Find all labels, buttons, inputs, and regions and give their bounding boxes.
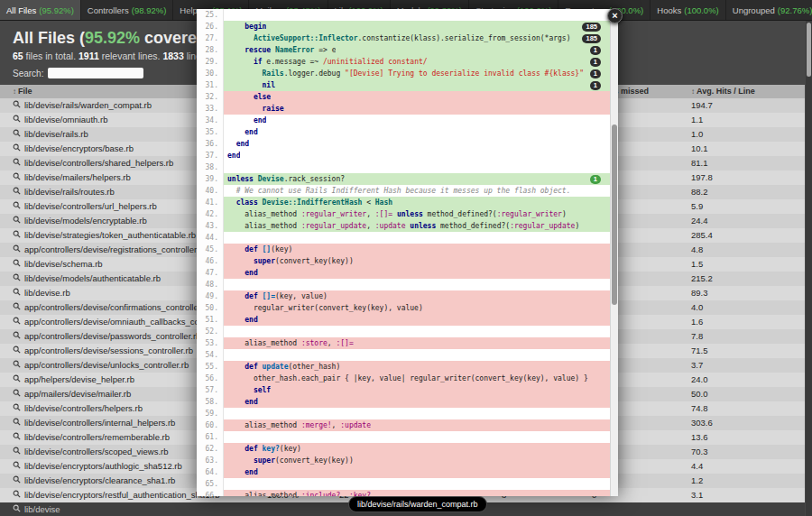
search-input[interactable] bbox=[48, 68, 143, 78]
code-text: end bbox=[227, 267, 258, 279]
line-number: 56. bbox=[197, 373, 224, 384]
file-name[interactable]: lib/devise/rails/routes.rb bbox=[24, 187, 115, 197]
file-name[interactable]: lib/devise/controllers/url_helpers.rb bbox=[24, 201, 157, 211]
file-name[interactable]: app/helpers/devise_helper.rb bbox=[24, 374, 134, 384]
file-name[interactable]: lib/devise/controllers/scoped_views.rb bbox=[24, 447, 168, 456]
file-name[interactable]: lib/devise/mailers/helpers.rb bbox=[24, 172, 131, 182]
file-name[interactable]: lib/devise/encryptors/base.rb bbox=[24, 143, 134, 153]
file-name[interactable]: lib/devise/encryptors/restful_authentica… bbox=[24, 490, 220, 500]
file-name[interactable]: lib/devise/rails/warden_compat.rb bbox=[24, 100, 152, 110]
code-token: alias_method bbox=[227, 421, 301, 429]
line-number: 32. bbox=[197, 91, 224, 103]
code-text: end bbox=[227, 466, 258, 478]
line-number: 34. bbox=[197, 115, 224, 126]
file-name[interactable]: app/controllers/devise/confirmations_con… bbox=[24, 302, 210, 312]
cell-avg: 74.8 bbox=[677, 401, 805, 416]
code-token bbox=[227, 69, 263, 78]
code-line-body bbox=[224, 408, 610, 419]
code-token bbox=[227, 386, 254, 394]
file-name[interactable]: lib/devise/models/authenticatable.rb bbox=[24, 273, 161, 283]
file-name[interactable]: lib/devise/encryptors/clearance_sha1.rb bbox=[24, 475, 175, 485]
file-name[interactable]: lib/devise/encryptors/authlogic_sha512.r… bbox=[24, 461, 182, 471]
line-number: 64. bbox=[197, 466, 224, 478]
cell-avg: 4.4 bbox=[677, 459, 805, 474]
magnifier-icon bbox=[13, 273, 21, 283]
file-name[interactable]: app/controllers/devise/passwords_control… bbox=[24, 331, 200, 341]
code-token: , bbox=[332, 421, 341, 429]
code-text: ActiveSupport::Inflector.constantize(kla… bbox=[227, 32, 571, 44]
code-line: 60. alias_method :merge!, :update bbox=[197, 419, 610, 431]
cell-avg: 1.2 bbox=[677, 474, 805, 488]
file-name[interactable]: app/controllers/devise/unlocks_controlle… bbox=[24, 360, 189, 370]
code-line: 40. # We cannot use Rails Indifferent Ha… bbox=[197, 185, 610, 197]
code-line-body: other_hash.each_pair { |key, value| regu… bbox=[224, 373, 610, 384]
code-line: 62. def key?(key) bbox=[197, 443, 610, 455]
code-line-body: super(convert_key(key)) bbox=[224, 255, 610, 267]
coverage-report: All Files(95.92%)Controllers(98.92%)Help… bbox=[0, 0, 812, 516]
cell-avg: 24.4 bbox=[677, 214, 805, 228]
modal-scrollbar[interactable] bbox=[610, 9, 618, 496]
code-line: 42. alias_method :regular_writer, :[]= u… bbox=[197, 208, 610, 220]
file-name[interactable]: lib/devise.rb bbox=[24, 288, 70, 298]
code-line: 56. other_hash.each_pair { |key, value| … bbox=[197, 373, 610, 384]
code-line: 43. alias_method :regular_update, :updat… bbox=[197, 220, 610, 232]
cell-avg: 70.3 bbox=[677, 445, 805, 459]
code-text: alias_method :store, :[]= bbox=[227, 337, 354, 349]
code-token: , bbox=[366, 210, 375, 218]
code-token: end bbox=[245, 316, 257, 324]
file-name[interactable]: lib/devise/controllers/internal_helpers.… bbox=[24, 418, 175, 428]
hits-badge: 1 bbox=[590, 69, 601, 78]
code-line: 58. end bbox=[197, 396, 610, 408]
page-scrollbar-thumb[interactable] bbox=[807, 23, 811, 77]
tab-ungrouped[interactable]: Ungrouped(92.76%) bbox=[726, 0, 812, 20]
code-text: end bbox=[227, 396, 258, 408]
code-token: unless bbox=[227, 175, 254, 183]
tab-controllers[interactable]: Controllers(98.92%) bbox=[81, 0, 174, 20]
hits-badge: 1 bbox=[590, 175, 601, 184]
line-number: 35. bbox=[197, 126, 224, 138]
file-name[interactable]: app/controllers/devise/registrations_con… bbox=[24, 244, 207, 254]
code-text: def update(other_hash) bbox=[227, 361, 340, 373]
column-header[interactable]: ↕Avg. Hits / Line bbox=[677, 85, 805, 98]
code-token bbox=[227, 245, 245, 253]
file-name[interactable]: lib/devise/controllers/shared_helpers.rb bbox=[24, 158, 173, 168]
tab-percentage: (98.92%) bbox=[132, 5, 167, 15]
magnifier-icon bbox=[13, 461, 21, 471]
code-line: 30. Rails.logger.debug "[Devise] Trying … bbox=[197, 68, 610, 79]
file-name[interactable]: app/controllers/devise/sessions_controll… bbox=[24, 346, 193, 355]
file-name[interactable]: lib/devise/strategies/token_authenticata… bbox=[24, 230, 196, 240]
magnifier-icon bbox=[13, 331, 21, 341]
modal-scrollbar-thumb[interactable] bbox=[612, 124, 617, 305]
file-name[interactable]: lib/devise/rails.rb bbox=[24, 129, 88, 139]
code-text: end bbox=[227, 150, 240, 161]
code-text: rescue NameError => e bbox=[227, 44, 336, 56]
tab-hooks[interactable]: Hooks(100.0%) bbox=[651, 0, 726, 20]
close-icon[interactable]: × bbox=[607, 8, 623, 23]
tab-all-files[interactable]: All Files(95.92%) bbox=[0, 0, 81, 20]
file-name[interactable]: lib/devise/models/encryptable.rb bbox=[24, 216, 147, 226]
code-line: 66. alias_method :include?, :key? bbox=[197, 490, 610, 496]
magnifier-icon bbox=[13, 244, 21, 254]
magnifier-icon bbox=[13, 374, 21, 384]
cell-avg: 303.6 bbox=[677, 416, 805, 430]
line-number: 25. bbox=[197, 9, 224, 21]
code-line-body: alias_method :include?, :key? bbox=[224, 490, 610, 496]
code-line-body: alias_method :merge!, :update bbox=[224, 419, 610, 431]
magnifier-icon bbox=[13, 389, 21, 399]
line-number: 42. bbox=[197, 208, 224, 220]
file-name[interactable]: lib/devise/schema.rb bbox=[24, 259, 103, 269]
page-scrollbar[interactable] bbox=[806, 21, 812, 516]
sort-icon: ↕ bbox=[691, 88, 695, 96]
code-token bbox=[227, 93, 254, 101]
code-line: 39.unless Devise.rack_session?1 bbox=[197, 173, 610, 185]
file-name[interactable]: lib/devise/controllers/helpers.rb bbox=[24, 403, 143, 413]
line-number: 49. bbox=[197, 290, 224, 302]
file-name[interactable]: app/mailers/devise/mailer.rb bbox=[24, 389, 131, 399]
file-name[interactable]: lib/devise/controllers/rememberable.rb bbox=[24, 432, 170, 442]
code-line: 50. regular_writer(convert_key(key), val… bbox=[197, 302, 610, 314]
code-line: 65. bbox=[197, 478, 610, 490]
code-token bbox=[227, 140, 236, 148]
line-number: 30. bbox=[197, 68, 224, 79]
file-name[interactable]: lib/devise/omniauth.rb bbox=[24, 115, 107, 124]
line-number: 45. bbox=[197, 244, 224, 255]
